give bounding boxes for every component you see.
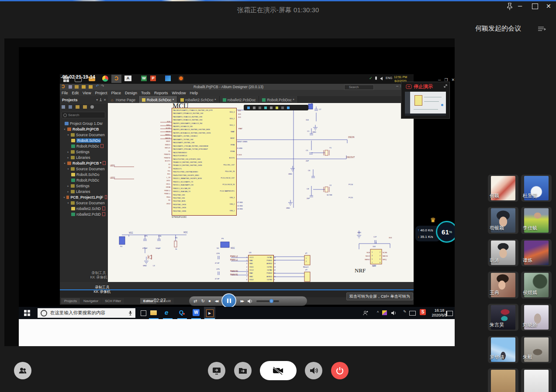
net-percent-value: 61 [442, 228, 449, 236]
pin-icon [505, 2, 515, 11]
upload-speed: 40.0 K/s [420, 228, 433, 232]
participant-tile[interactable]: 胡涛 [488, 239, 518, 266]
participant-tile[interactable]: 刘晓娇 [521, 304, 552, 331]
stop-share-label: 停止演示 [414, 83, 433, 90]
participant-name: 李佳毓 [523, 225, 537, 231]
panel-toolbar [62, 105, 94, 109]
player-time: 02:27 [154, 298, 166, 303]
modified-badge [102, 206, 105, 210]
activebar-icon [253, 107, 256, 109]
resistor-symbol [174, 241, 177, 247]
window-title: 张霜正在演示-屏幕 01:30:30 [0, 6, 556, 14]
participant-tile[interactable] [521, 368, 552, 392]
tree-item: roballet2.PcbD [61, 211, 107, 217]
panel-tool-icon [76, 105, 79, 109]
motor-connectors [304, 249, 382, 282]
participant-tile[interactable]: 侯煜嫣 [521, 272, 552, 299]
menu-edit: Edit [72, 91, 79, 95]
participant-tile[interactable] [488, 368, 518, 392]
stop-share-window: 停止演示 [401, 82, 450, 119]
participant-tile[interactable]: 罗华倩 [488, 336, 518, 363]
r5-label: R5 [175, 237, 177, 239]
participant-tile[interactable]: 朱言昊 [488, 304, 518, 331]
y2-value: 32.768 [327, 194, 332, 196]
tree-item: ▾Source Documen [61, 132, 107, 138]
camera-off-icon [272, 365, 285, 376]
speaker-icon [308, 365, 319, 376]
activebar-icon [287, 107, 290, 109]
panel-tool-icon [90, 105, 94, 109]
pwm-l2-label: PWM L2 [230, 255, 238, 258]
volume-icon [247, 299, 252, 304]
end-call-button[interactable] [331, 362, 349, 379]
save-icon [69, 85, 72, 89]
participant-tile[interactable]: 何颖 [488, 175, 518, 202]
power-icon [335, 365, 345, 376]
schdoc-icon [71, 173, 75, 176]
tree-item: ▾Source Documen [61, 200, 107, 206]
top-edge-strip [0, 0, 556, 1]
wps-icon: W [193, 309, 200, 316]
menu-tools: Tools [141, 91, 150, 95]
bottom-tab-navigator: Navigator [80, 298, 101, 304]
maximize-button[interactable] [532, 3, 538, 9]
participant-tile[interactable]: 杜昱雯 [521, 175, 552, 202]
altium-toolbar: Ɔ ↶ ↷ Roballt.PrjPCB - Altium Designer (… [60, 84, 414, 90]
nrf-3v3-label: 3V3 [389, 237, 392, 239]
participants-button[interactable] [14, 362, 31, 379]
pin-button[interactable] [505, 2, 515, 11]
activebar-icon [270, 107, 273, 109]
menu-reports: Reports [154, 91, 168, 95]
video-picture: Ɔ A W P ✓ ENG 12:51 PM6/2/2020 -06-02 21… [60, 74, 414, 305]
pwm-r2-label: PWM R2 [230, 270, 238, 272]
projects-tree: Project Group 1.Dsr ▾Roballt.PrjPCB ▾Sou… [61, 120, 107, 217]
folder-icon [71, 133, 75, 137]
participant-list-toggle[interactable] [538, 26, 546, 32]
participant-name: 朱毅 [523, 354, 532, 361]
u3-pin-numbers-left: 1 2 3 4 5 6 7 8 [241, 256, 247, 281]
participant-name: 何颖 [490, 193, 499, 199]
pcbdoc-icon [71, 179, 75, 182]
action-center-icon [446, 311, 453, 316]
net-percent-circle: 61% [436, 221, 455, 243]
speaker-button[interactable] [305, 362, 322, 379]
activebar-icon [259, 107, 261, 109]
windows-search-box: 在这里输入你要搜索的内容 [38, 308, 135, 318]
video-filename-overlay: -06-02 21-19-14 [61, 74, 95, 79]
shared-screen-video[interactable]: ─❐✕ Ɔ A W P ✓ ENG 12:51 PM6/2/2020 -06-0… [19, 47, 455, 346]
participant-tile[interactable]: 苟银颖 [488, 207, 518, 234]
participant-tile[interactable]: 朱毅 [521, 336, 552, 363]
minimize-button[interactable]: ─ [518, 3, 522, 9]
panel-close-icon: ✕ [104, 98, 106, 102]
projects-panel: Search Project Group 1.Dsr ▾Roballt.PrjP… [60, 104, 108, 283]
share-file-button[interactable] [234, 362, 252, 379]
recorded-check-icon: ✓ [369, 76, 373, 80]
recorded-time: 12:51 PM [394, 75, 407, 79]
participant-tile[interactable]: 王冉 [488, 272, 518, 299]
share-screen-button[interactable] [208, 362, 225, 379]
panel-tool-icon [83, 105, 87, 109]
folder2-icon [89, 85, 93, 89]
meeting-app-window: { "window": { "title": "张霜正在演示-屏幕 01:30:… [0, 0, 556, 392]
c7-label: C7 [319, 108, 321, 110]
undo-icon: ↶ [96, 84, 99, 88]
vdda-label: 9 3V3 [237, 154, 242, 156]
altium-taskbar-icon: Ɔ [111, 75, 121, 83]
windows-start-icon [24, 310, 30, 316]
participant-tile[interactable]: 李佳毓 [521, 207, 552, 234]
folder-icon [71, 190, 75, 193]
close-button[interactable]: ✕ [546, 3, 551, 10]
tray-pen-icon: ✎ [403, 309, 407, 314]
recorded-mic-icon [375, 76, 377, 80]
pcbdoc-icon [71, 144, 75, 148]
participants-icon [17, 365, 28, 376]
menu-place: Place [111, 91, 121, 95]
nrf-labels-right: NCSN NMOSI NIRQ [383, 251, 388, 261]
avatar [524, 370, 549, 392]
recorder-watermark: 录制工具 KK 录像机 [88, 271, 110, 279]
participant-tile[interactable]: 谭炼 [521, 239, 552, 266]
activebar-icon [247, 107, 250, 109]
volume-slider [256, 300, 279, 302]
tree-item: ▾PCB_Project1.PrjF [61, 194, 107, 200]
camera-off-button[interactable] [260, 361, 297, 380]
